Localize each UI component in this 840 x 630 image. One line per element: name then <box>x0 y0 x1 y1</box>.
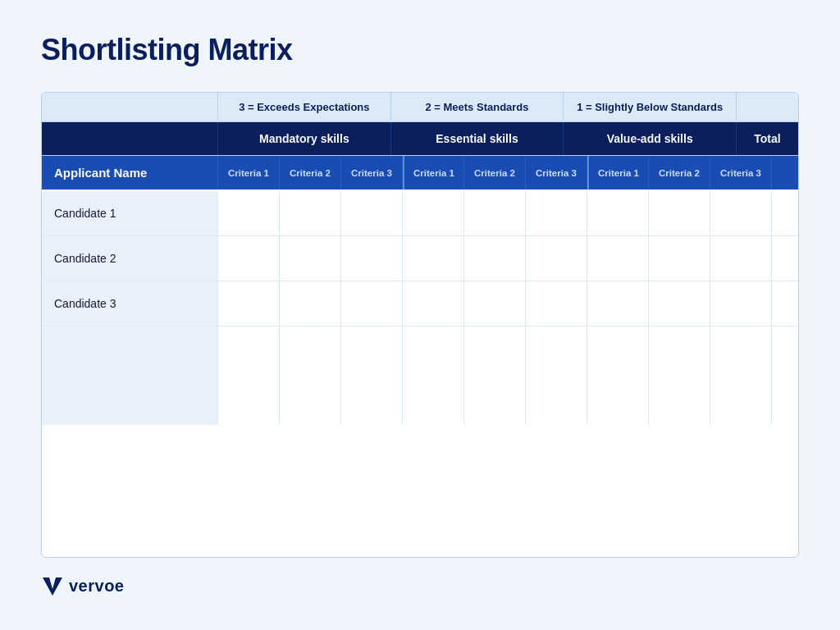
c2-m1 <box>218 236 280 281</box>
mandatory-criteria-1: Criteria 1 <box>218 156 280 189</box>
valueadd-criteria-2: Criteria 2 <box>649 156 710 189</box>
essential-criteria-1: Criteria 1 <box>403 156 464 189</box>
essential-criteria-2: Criteria 2 <box>464 156 526 189</box>
c3-m3 <box>341 281 403 326</box>
c1-m3 <box>341 191 403 235</box>
legend-row: 3 = Exceeds Expectations 2 = Meets Stand… <box>42 93 798 122</box>
page-title: Shortlisting Matrix <box>41 33 799 67</box>
c1-v2 <box>649 191 710 235</box>
c1-e2 <box>464 191 526 235</box>
c3-e1 <box>403 281 464 326</box>
vervoe-v-icon <box>41 574 64 597</box>
candidate-name-1: Candidate 1 <box>42 191 218 235</box>
legend-total-empty <box>737 93 798 121</box>
mandatory-skills-header: Mandatory skills <box>218 122 391 155</box>
c2-v2 <box>649 236 710 281</box>
c2-v1 <box>587 236 649 281</box>
c3-v1 <box>587 281 649 326</box>
c1-m2 <box>280 191 341 235</box>
legend-meets: 2 = Meets Standards <box>391 93 564 121</box>
c2-e3 <box>526 236 587 281</box>
total-criteria <box>772 156 799 189</box>
c3-v3 <box>710 281 772 326</box>
c1-m1 <box>218 191 280 235</box>
table-row: Candidate 2 <box>42 236 798 281</box>
c2-m2 <box>280 236 341 281</box>
total-header: Total <box>737 122 798 155</box>
c3-m2 <box>280 281 341 326</box>
valueadd-skills-header: Value-add skills <box>564 122 737 155</box>
c3-v2 <box>649 281 710 326</box>
c2-e1 <box>403 236 464 281</box>
mandatory-criteria-3: Criteria 3 <box>341 156 403 189</box>
skills-empty-cell <box>42 122 218 155</box>
legend-below: 1 = Slightly Below Standards <box>564 93 737 121</box>
footer: vervoe <box>41 574 799 597</box>
candidate-name-3: Candidate 3 <box>42 281 218 326</box>
c2-m3 <box>341 236 403 281</box>
c2-e2 <box>464 236 526 281</box>
c3-e3 <box>526 281 587 326</box>
skills-header-row: Mandatory skills Essential skills Value-… <box>42 122 798 156</box>
empty-row-1 <box>42 326 798 376</box>
c1-v1 <box>587 191 649 235</box>
valueadd-criteria-3: Criteria 3 <box>710 156 772 189</box>
c1-total <box>772 191 799 235</box>
c1-v3 <box>710 191 772 235</box>
svg-marker-0 <box>43 578 62 596</box>
applicant-name-header: Applicant Name <box>42 156 218 189</box>
c1-e3 <box>526 191 587 235</box>
c3-e2 <box>464 281 526 326</box>
vervoe-logo: vervoe <box>41 574 125 597</box>
legend-empty-cell <box>42 93 218 121</box>
page-wrapper: Shortlisting Matrix 3 = Exceeds Expectat… <box>0 0 840 630</box>
vervoe-brand-text: vervoe <box>69 577 125 596</box>
empty-row-2 <box>42 376 798 425</box>
essential-criteria-3: Criteria 3 <box>526 156 587 189</box>
candidate-name-2: Candidate 2 <box>42 236 218 281</box>
c1-e1 <box>403 191 464 235</box>
c3-m1 <box>218 281 280 326</box>
essential-skills-header: Essential skills <box>391 122 564 155</box>
table-row: Candidate 1 <box>42 191 798 236</box>
table-row: Candidate 3 <box>42 281 798 326</box>
valueadd-criteria-1: Criteria 1 <box>587 156 649 189</box>
shortlisting-matrix: 3 = Exceeds Expectations 2 = Meets Stand… <box>41 92 799 558</box>
legend-exceeds: 3 = Exceeds Expectations <box>218 93 391 121</box>
c2-v3 <box>710 236 772 281</box>
mandatory-criteria-2: Criteria 2 <box>280 156 341 189</box>
c2-total <box>772 236 799 281</box>
c3-total <box>772 281 799 326</box>
criteria-row: Applicant Name Criteria 1 Criteria 2 Cri… <box>42 156 798 191</box>
